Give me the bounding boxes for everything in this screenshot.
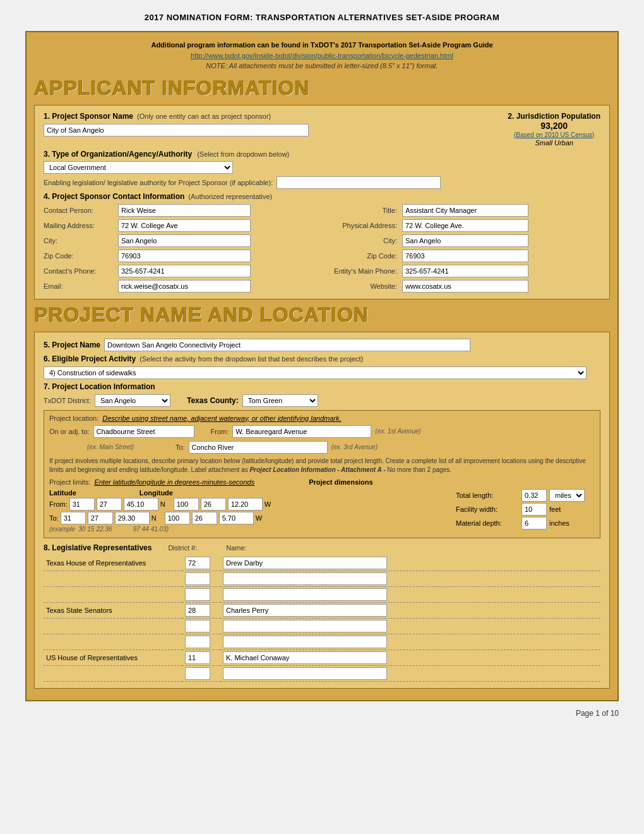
- coord-from-label: From:: [49, 500, 68, 508]
- project-heading: PROJECT NAME AND LOCATION: [34, 303, 610, 327]
- mail-input[interactable]: [118, 219, 251, 232]
- ex-lon-d: 97: [133, 526, 140, 533]
- census-text: (Based on 2010 US Census): [508, 131, 600, 139]
- txdot-select[interactable]: San Angelo: [95, 394, 170, 407]
- to-lon-m[interactable]: [192, 512, 217, 524]
- to-lat-dir: N: [152, 514, 157, 522]
- from-lon-s[interactable]: [228, 498, 263, 511]
- main-phone-input[interactable]: [402, 265, 528, 277]
- total-input[interactable]: [522, 489, 547, 502]
- width-input[interactable]: [522, 503, 547, 516]
- us-house-dist-input[interactable]: [185, 651, 210, 664]
- field6-sublabel: (Select the activity from the dropdown l…: [140, 355, 363, 363]
- contact-person-label: Contact Person:: [44, 207, 113, 214]
- contact-grid: Contact Person: Title: Mailing Address: …: [44, 204, 600, 293]
- lat-lon-block: Latitude Longitude From: N W: [49, 489, 443, 534]
- city2-input[interactable]: [402, 234, 528, 247]
- on-adj-input[interactable]: [93, 425, 194, 438]
- org-select-row: Local Government: [44, 161, 600, 174]
- eligible-select[interactable]: 4) Construction of sidewalks: [44, 366, 587, 379]
- page-title: 2017 NOMINATION FORM: TRANSPORTATION ALT…: [145, 13, 500, 22]
- ex-label: (example: [49, 526, 75, 533]
- to-lon-s[interactable]: [219, 512, 254, 524]
- from-lat-dir: N: [160, 500, 165, 508]
- enact-input[interactable]: [277, 176, 441, 189]
- from-lon-d[interactable]: [174, 498, 199, 511]
- proj-dim-label: Project dimensions: [309, 478, 373, 486]
- proj-limits-italic: Enter latitude/longitude in degrees-minu…: [94, 478, 254, 486]
- city-input[interactable]: [118, 234, 251, 247]
- proj-limits-label: Project limits:: [49, 478, 90, 486]
- loc-desc-row: Project location: Describe using street …: [49, 414, 595, 422]
- eligible-select-row: 4) Construction of sidewalks: [44, 366, 600, 379]
- email-input[interactable]: [118, 280, 251, 293]
- from-lat-d[interactable]: [69, 498, 95, 511]
- proj-loc-box: Project location: Describe using street …: [44, 410, 600, 538]
- depth-unit: inches: [549, 519, 569, 527]
- coord-to-label: To:: [49, 514, 59, 522]
- title-input[interactable]: [402, 204, 528, 217]
- senator-name-input-3[interactable]: [223, 636, 387, 648]
- to-lon-d[interactable]: [165, 512, 190, 524]
- from-input[interactable]: [232, 425, 371, 438]
- us-house-dist-input-2[interactable]: [185, 667, 210, 680]
- house-name-input-2[interactable]: [223, 572, 387, 585]
- sponsor-name-input[interactable]: [44, 124, 309, 136]
- proj-name-input[interactable]: [104, 339, 470, 351]
- from-label: From:: [211, 428, 229, 435]
- zip-input[interactable]: [118, 250, 251, 262]
- small-urban-text: Small Urban: [508, 139, 600, 147]
- contact-person-input[interactable]: [118, 204, 251, 217]
- org-type-select[interactable]: Local Government: [44, 161, 233, 174]
- website-input[interactable]: [402, 280, 528, 293]
- depth-label: Material depth:: [456, 519, 519, 527]
- house-dist-input-2[interactable]: [185, 572, 210, 585]
- to-lat-m[interactable]: [88, 512, 113, 524]
- zip2-input[interactable]: [402, 250, 528, 262]
- senator-type-label: Texas State Senators: [44, 602, 182, 618]
- phone-input[interactable]: [118, 265, 251, 277]
- from-lat-m[interactable]: [97, 498, 122, 511]
- field4-sublabel: (Authorized representative): [188, 193, 272, 200]
- senator-dist-input-2[interactable]: [185, 620, 210, 632]
- depth-input[interactable]: [522, 517, 547, 529]
- to-input[interactable]: [189, 441, 328, 454]
- info-banner: Additional program information can be fo…: [34, 40, 610, 71]
- us-house-name-input[interactable]: [223, 651, 387, 664]
- lat-header: Latitude: [49, 489, 76, 497]
- ex-lat-d: 30: [78, 526, 85, 533]
- county-select[interactable]: Tom Green: [242, 394, 318, 407]
- from-lon-m[interactable]: [201, 498, 226, 511]
- senator-dist-input[interactable]: [185, 604, 210, 617]
- house-dist-input[interactable]: [185, 557, 210, 569]
- note-pages: No more than 2 pages.: [387, 466, 451, 473]
- from-lat-s[interactable]: [124, 498, 158, 511]
- leg-section: 8. Legislative Representatives District …: [44, 543, 600, 682]
- senator-dist-input-3[interactable]: [185, 636, 210, 648]
- house-name-input-3[interactable]: [223, 588, 387, 601]
- senator-name-input-2[interactable]: [223, 620, 387, 632]
- house-dist-input-3[interactable]: [185, 588, 210, 601]
- house-name-input[interactable]: [223, 557, 387, 569]
- to-lat-s[interactable]: [115, 512, 150, 524]
- dimensions-block: Total length: miles Facility width: feet…: [456, 489, 595, 534]
- field6-label: 6. Eligible Project Activity: [44, 354, 136, 363]
- txdot-label: TxDOT District:: [44, 397, 91, 404]
- outer-box: Additional program information can be fo…: [25, 31, 619, 701]
- on-adj-label: On or adj. to:: [49, 428, 90, 435]
- ex-lat-s: 22.36: [96, 526, 112, 533]
- senator-name-input[interactable]: [223, 604, 387, 617]
- leg-name-header: Name:: [226, 544, 246, 552]
- city2-label: City:: [321, 237, 397, 245]
- us-house-name-input-2[interactable]: [223, 667, 387, 680]
- senator-row-3: [44, 634, 600, 650]
- sponsor-col: 1. Project Sponsor Name (Only one entity…: [44, 112, 501, 136]
- phys-input[interactable]: [402, 219, 528, 232]
- page-number: Page 1 of 10: [25, 709, 619, 718]
- contact-heading-row: 4. Project Sponsor Contact Information (…: [44, 192, 600, 201]
- total-unit-select[interactable]: miles: [549, 489, 585, 502]
- loc-desc-label: Project location:: [49, 414, 98, 422]
- to-lat-d[interactable]: [61, 512, 86, 524]
- enact-label: Enabling legislation/ legislative author…: [44, 179, 273, 186]
- width-label: Facility width:: [456, 505, 519, 513]
